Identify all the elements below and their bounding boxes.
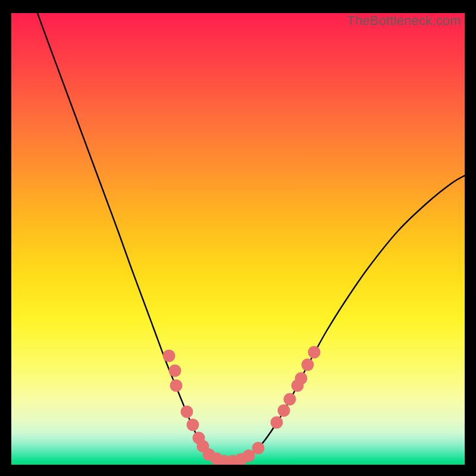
plot-area: TheBottleneck.com [11, 13, 465, 465]
data-dot [252, 442, 265, 455]
data-dot [284, 393, 296, 406]
data-dot [278, 405, 290, 417]
data-dot [169, 365, 181, 377]
data-dot [308, 346, 321, 359]
data-dots [163, 346, 321, 465]
chart-frame: TheBottleneck.com [0, 0, 476, 476]
data-dot [187, 419, 199, 431]
data-dot [271, 416, 283, 429]
data-dot [163, 350, 176, 362]
data-dot [295, 372, 308, 385]
data-dot [181, 406, 193, 418]
chart-svg [11, 13, 465, 465]
data-dot [302, 359, 314, 371]
bottleneck-curve [37, 13, 465, 461]
data-dot [170, 380, 183, 392]
